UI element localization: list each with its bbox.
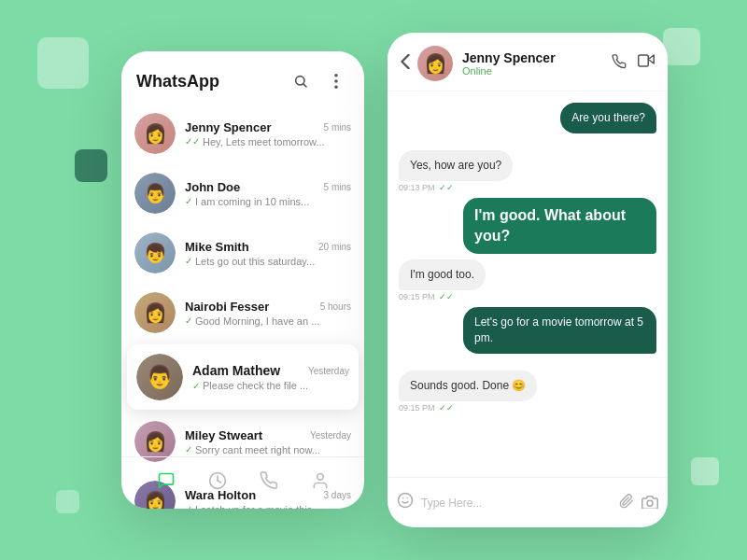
back-button[interactable] xyxy=(401,54,410,73)
avatar-john: 👨 xyxy=(134,173,176,214)
message-time: 09:15 PM ✓✓ xyxy=(399,292,454,301)
message-2: Yes, how are you? 09:13 PM ✓✓ xyxy=(399,150,656,192)
contact-status: Online xyxy=(462,65,612,77)
nav-calls-icon[interactable] xyxy=(260,471,278,495)
svg-point-3 xyxy=(334,79,338,83)
chat-name: Miley Stweart xyxy=(185,428,262,442)
search-button[interactable] xyxy=(288,68,314,94)
contact-name: Jenny Spencer xyxy=(462,50,612,65)
chat-item-mike[interactable]: 👦 Mike Smith 20 mins ✓ Lets go out this … xyxy=(121,223,364,283)
tick-icon: ✓ xyxy=(185,256,192,266)
header-icons xyxy=(288,68,349,94)
chat-header-info: Jenny Spencer Online xyxy=(462,50,612,77)
emoji-button[interactable] xyxy=(397,492,414,513)
svg-point-2 xyxy=(334,74,338,77)
chat-time: 5 mins xyxy=(324,122,351,133)
chat-info-jenny: Jenny Spencer 5 mins ✓✓ Hey, Lets meet t… xyxy=(185,120,351,147)
message-time: 09:15 PM ✓✓ xyxy=(601,356,656,365)
decorative-square-3 xyxy=(663,28,700,65)
svg-rect-8 xyxy=(639,55,649,66)
message-1: Are you there? 09:13 PM ✓✓ xyxy=(399,103,656,145)
chat-list: 👩 Jenny Spencer 5 mins ✓✓ Hey, Lets meet… xyxy=(121,104,364,509)
svg-point-4 xyxy=(334,85,338,89)
messages-area: Are you there? 09:13 PM ✓✓ Yes, how are … xyxy=(388,91,668,483)
svg-line-1 xyxy=(303,84,306,87)
message-time: 09:15 PM ✓✓ xyxy=(399,403,454,413)
tick-icon: ✓✓ xyxy=(185,136,200,147)
message-input[interactable] xyxy=(421,497,612,510)
tick-icon: ✓ xyxy=(192,381,200,391)
attach-button[interactable] xyxy=(619,494,634,512)
message-bubble: I'm good too. xyxy=(399,259,486,290)
message-bubble: Yes, how are you? xyxy=(399,150,513,181)
chat-preview: ✓ Please check the file ... xyxy=(192,380,349,391)
avatar-jenny: 👩 xyxy=(134,113,176,154)
camera-button[interactable] xyxy=(641,494,658,512)
chat-info-adam: Adam Mathew Yesterday ✓ Please check the… xyxy=(192,363,349,391)
decorative-square-4 xyxy=(691,457,719,485)
nav-chat-icon[interactable] xyxy=(157,471,176,495)
chat-item-adam[interactable]: 👨 Adam Mathew Yesterday ✓ Please check t… xyxy=(127,344,359,410)
message-bubble: Are you there? xyxy=(560,103,656,133)
chat-time: 20 mins xyxy=(318,242,351,252)
decorative-square-5 xyxy=(56,490,79,513)
video-call-button[interactable] xyxy=(638,54,655,73)
chat-time: Yesterday xyxy=(310,430,351,441)
chat-header-actions xyxy=(612,54,655,73)
nav-status-icon[interactable] xyxy=(208,471,227,495)
chat-preview: ✓ Good Morning, I have an ... xyxy=(185,315,351,327)
chat-time: Yesterday xyxy=(308,366,349,376)
chat-header: 👩 Jenny Spencer Online xyxy=(388,33,668,91)
svg-point-12 xyxy=(647,500,653,506)
tick-icon: ✓ xyxy=(185,444,192,455)
chat-name: John Doe xyxy=(185,180,240,194)
svg-point-9 xyxy=(399,494,413,508)
message-bubble: Let's go for a movie tomorrow at 5 pm. xyxy=(463,307,656,354)
chat-info-mike: Mike Smith 20 mins ✓ Lets go out this sa… xyxy=(185,240,351,267)
chat-item-jenny[interactable]: 👩 Jenny Spencer 5 mins ✓✓ Hey, Lets meet… xyxy=(121,104,364,163)
chat-item-nairobi[interactable]: 👩 Nairobi Fesser 5 hours ✓ Good Morning,… xyxy=(121,283,364,343)
message-bubble: I'm good. What about you? xyxy=(463,198,656,255)
left-header: WhatsApp xyxy=(121,51,364,104)
decorative-square-2 xyxy=(75,149,107,182)
chat-preview: ✓ Sorry cant meet right now... xyxy=(185,444,351,455)
nav-profile-icon[interactable] xyxy=(311,471,330,495)
phone-call-button[interactable] xyxy=(612,54,627,73)
message-3: I'm good. What about you? xyxy=(399,198,656,255)
message-input-area xyxy=(388,477,668,527)
chat-name: Mike Smith xyxy=(185,240,249,254)
chat-name: Jenny Spencer xyxy=(185,120,272,134)
chat-info-john: John Doe 5 mins ✓ I am coming in 10 mins… xyxy=(185,180,351,207)
message-4: I'm good too. 09:15 PM ✓✓ xyxy=(399,259,656,301)
avatar-adam: 👨 xyxy=(136,354,183,400)
chat-info-nairobi: Nairobi Fesser 5 hours ✓ Good Morning, I… xyxy=(185,300,351,327)
svg-marker-7 xyxy=(648,55,654,63)
bottom-navigation xyxy=(121,456,364,509)
chat-preview: ✓✓ Hey, Lets meet tomorrow... xyxy=(185,136,351,147)
app-title: WhatsApp xyxy=(136,72,219,91)
decorative-square-1 xyxy=(37,37,89,89)
chat-info-miley: Miley Stweart Yesterday ✓ Sorry cant mee… xyxy=(185,428,351,455)
chat-header-avatar: 👩 xyxy=(417,46,453,81)
chat-time: 5 hours xyxy=(320,301,351,312)
chat-window-panel: 👩 Jenny Spencer Online Are you there? 09… xyxy=(388,33,668,527)
message-time: 09:13 PM ✓✓ xyxy=(399,183,454,192)
message-5: Let's go for a movie tomorrow at 5 pm. 0… xyxy=(399,307,656,365)
tick-icon: ✓ xyxy=(185,196,192,206)
svg-point-6 xyxy=(317,474,323,481)
avatar-mike: 👦 xyxy=(134,232,176,273)
chat-name: Nairobi Fesser xyxy=(185,300,269,314)
message-time: 09:13 PM ✓✓ xyxy=(601,135,656,145)
chat-name: Adam Mathew xyxy=(192,363,280,378)
chat-list-panel: WhatsApp 👩 Jenny Spencer 5 mi xyxy=(121,51,364,509)
chat-item-john[interactable]: 👨 John Doe 5 mins ✓ I am coming in 10 mi… xyxy=(121,163,364,223)
menu-button[interactable] xyxy=(323,68,349,94)
tick-icon: ✓ xyxy=(185,315,192,326)
message-6: Sounds good. Done 😊 09:15 PM ✓✓ xyxy=(399,371,656,413)
avatar-nairobi: 👩 xyxy=(134,292,176,333)
message-bubble: Sounds good. Done 😊 xyxy=(399,371,537,401)
chat-time: 5 mins xyxy=(324,182,351,192)
chat-preview: ✓ Lets go out this saturday... xyxy=(185,256,351,267)
chat-preview: ✓ I am coming in 10 mins... xyxy=(185,196,351,207)
